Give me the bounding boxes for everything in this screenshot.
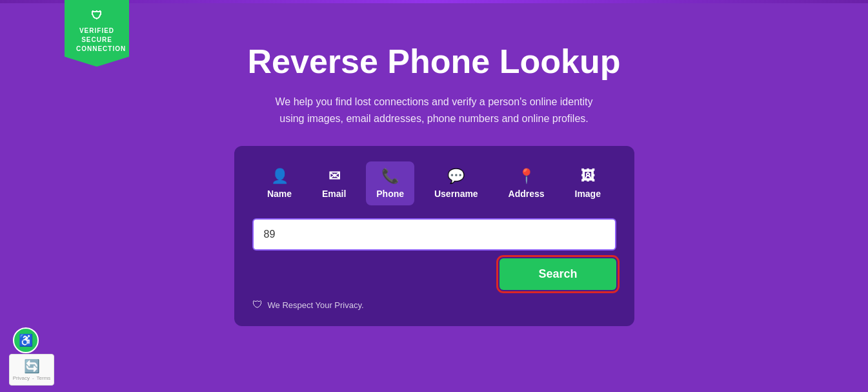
- tab-image-label: Image: [575, 189, 601, 199]
- main-content: Reverse Phone Lookup We help you find lo…: [0, 3, 868, 326]
- phone-icon: 📞: [381, 168, 399, 185]
- email-icon: ✉: [328, 168, 340, 185]
- accessibility-icon: ♿: [19, 333, 33, 347]
- captcha-widget: 🔄 Privacy - Terms: [9, 354, 54, 386]
- chat-icon: 💬: [447, 168, 465, 185]
- captcha-terms-link[interactable]: Terms: [37, 375, 51, 381]
- search-card: 👤 Name ✉ Email 📞 Phone 💬 Username 📍 Addr…: [234, 146, 634, 326]
- privacy-note: 🛡 We Respect Your Privacy.: [252, 299, 616, 311]
- person-icon: 👤: [271, 168, 288, 185]
- location-icon: 📍: [518, 168, 535, 185]
- badge-verified: VERIFIED: [79, 27, 114, 34]
- privacy-text: We Respect Your Privacy.: [268, 300, 364, 310]
- privacy-shield-icon: 🛡: [252, 299, 263, 311]
- tab-address-label: Address: [509, 189, 545, 199]
- tab-phone[interactable]: 📞 Phone: [366, 161, 414, 205]
- page-title: Reverse Phone Lookup: [248, 42, 621, 81]
- captcha-privacy-link[interactable]: Privacy: [13, 375, 30, 381]
- page-subtitle: We help you find lost connections and ve…: [273, 94, 596, 127]
- tab-address[interactable]: 📍 Address: [498, 161, 555, 205]
- tab-image[interactable]: 🖼 Image: [565, 161, 611, 205]
- search-button[interactable]: Search: [500, 258, 616, 290]
- search-btn-wrapper: Search: [252, 258, 616, 290]
- phone-input[interactable]: [252, 218, 616, 251]
- search-tabs: 👤 Name ✉ Email 📞 Phone 💬 Username 📍 Addr…: [252, 161, 616, 205]
- badge-connection: CONNECTION: [76, 45, 126, 52]
- captcha-icon: 🔄: [16, 358, 47, 374]
- tab-username[interactable]: 💬 Username: [424, 161, 489, 205]
- tab-phone-label: Phone: [376, 189, 404, 199]
- tab-name[interactable]: 👤 Name: [257, 161, 302, 205]
- accessibility-button[interactable]: ♿: [13, 327, 39, 353]
- tab-email-label: Email: [322, 189, 346, 199]
- security-badge: 🛡 VERIFIED SECURE CONNECTION: [65, 0, 129, 67]
- tab-name-label: Name: [267, 189, 292, 199]
- tab-email[interactable]: ✉ Email: [312, 161, 356, 205]
- captcha-separator: -: [32, 375, 34, 381]
- captcha-links: Privacy - Terms: [16, 375, 47, 381]
- shield-icon: 🛡: [76, 8, 117, 24]
- input-section: Search: [252, 218, 616, 290]
- badge-secure: SECURE: [81, 36, 112, 43]
- tab-username-label: Username: [434, 189, 478, 199]
- image-icon: 🖼: [581, 168, 595, 185]
